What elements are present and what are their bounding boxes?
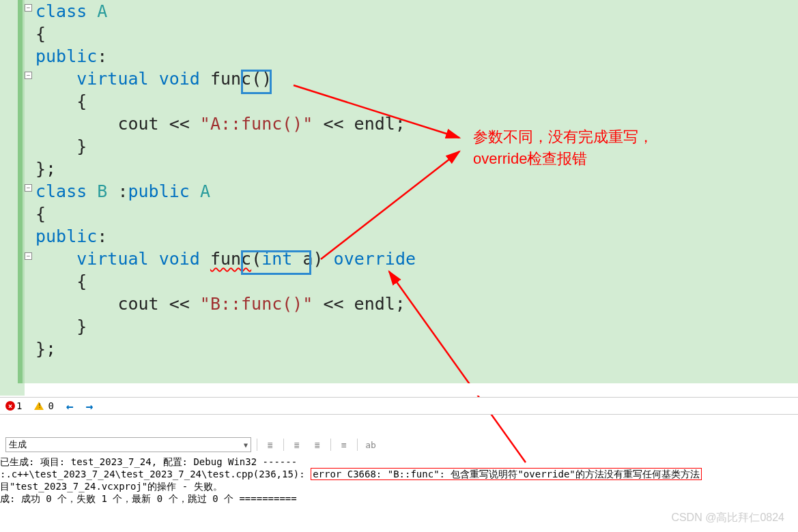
output-line3: 目"test_2023_7_24.vcxproj"的操作 - 失败。 [0,481,223,492]
nav-prev-icon[interactable]: ← [66,399,74,413]
toolbar-btn-2[interactable]: ≣ [289,437,304,452]
highlight-box-1 [241,70,272,94]
highlight-box-2 [241,250,311,275]
fold-icon[interactable]: − [25,72,32,79]
warning-count[interactable]: 0 [34,400,53,411]
annotation-text: 参数不同，没有完成重写， override检查报错 [473,126,653,170]
error-count[interactable]: × 1 [5,400,22,411]
gutter: − − − − [0,0,27,383]
fold-icon[interactable]: − [25,252,32,260]
chevron-down-icon: ▼ [244,441,248,449]
output-text[interactable]: 已生成: 项目: test_2023_7_24, 配置: Debug Win32… [0,454,798,505]
toolbar-btn-1[interactable]: ≣ [263,437,278,452]
annotation-line1: 参数不同，没有完成重写， [473,126,653,148]
combo-value: 生成 [9,439,27,451]
output-source-combo[interactable]: 生成 ▼ [5,437,251,452]
output-line2-path: :.c++\test_2023_7_24\test_2023_7_24\test… [0,469,311,479]
error-icon: × [5,401,15,411]
warning-icon [34,402,44,410]
toolbar-btn-4[interactable]: ≡ [337,437,352,452]
code-editor[interactable]: − − − − class A{public: virtual void fun… [0,0,798,396]
fold-icon[interactable]: − [25,4,32,12]
watermark: CSDN @高比拜仁0824 [671,511,784,525]
annotation-line2: override检查报错 [473,148,653,170]
warning-count-value: 0 [48,400,53,411]
output-line4: 成: 成功 0 个，失败 1 个，最新 0 个，跳过 0 个 =========… [0,493,297,504]
output-panel: 生成 ▼ ≣ ≣ ≣ ≡ ab 已生成: 项目: test_2023_7_24,… [0,435,798,505]
toolbar-btn-3[interactable]: ≣ [310,437,325,452]
error-count-value: 1 [16,400,22,411]
toolbar-btn-5[interactable]: ab [363,437,378,452]
output-line1: 已生成: 项目: test_2023_7_24, 配置: Debug Win32… [0,456,297,467]
status-bar: × 1 0 ← → [0,397,798,415]
output-error-box: error C3668: "B::func": 包含重写说明符"override… [311,468,702,480]
code-content[interactable]: class A{public: virtual void func() { co… [35,0,416,360]
nav-next-icon[interactable]: → [86,399,94,413]
output-toolbar: 生成 ▼ ≣ ≣ ≣ ≡ ab [0,435,798,454]
fold-icon[interactable]: − [25,184,32,192]
